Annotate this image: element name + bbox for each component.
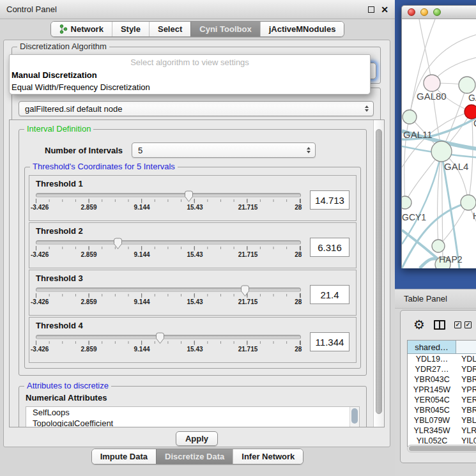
- node-label-ga: GA: [468, 93, 476, 103]
- number-of-intervals-combo[interactable]: 5: [132, 142, 316, 158]
- slider-ticks: [36, 199, 301, 203]
- tab-infer-network[interactable]: Infer Network: [233, 449, 303, 464]
- axis-tick-label: 28: [295, 204, 302, 211]
- threshold-label: Threshold 1: [36, 179, 349, 188]
- attributes-to-discretize-group: Attributes to discretize Numerical Attri…: [19, 386, 367, 427]
- application-root: Control Panel ✕ NetworkStyleSelectCyni T…: [0, 0, 476, 476]
- gear-icon[interactable]: ⚙: [413, 318, 425, 331]
- thresholds-group: Threshold's Coordinates for 5 Intervals …: [24, 167, 361, 369]
- interval-definition-title: Interval Definition: [24, 124, 93, 134]
- axis-tick-label: -3.426: [31, 346, 49, 353]
- axis-tick-label: 15.43: [187, 204, 203, 211]
- axis-tick-label: 21.715: [238, 251, 258, 258]
- attribute-list-item[interactable]: SelfLoops: [26, 407, 359, 418]
- table-row[interactable]: YBR043CYBR0: [408, 374, 476, 385]
- algorithm-option-equal-width-frequency[interactable]: Equal Width/Frequency Discretization: [10, 81, 370, 93]
- control-panel-title: Control Panel: [6, 4, 57, 14]
- algorithm-option-manual-discretization[interactable]: Manual Discretization: [10, 69, 370, 81]
- combo-arrows-icon: [307, 147, 311, 153]
- apply-button[interactable]: Apply: [176, 431, 218, 446]
- threshold-label: Threshold 2: [36, 226, 349, 236]
- number-of-intervals-label: Number of Intervals: [45, 146, 123, 155]
- network-edges: [402, 19, 476, 268]
- numerical-attributes-list[interactable]: SelfLoopsTopologicalCoefficientBetweenne…: [26, 406, 360, 427]
- tab-impute-data[interactable]: Impute Data: [92, 449, 156, 464]
- float-window-icon[interactable]: [368, 6, 374, 13]
- node-label-h: H: [473, 211, 476, 221]
- axis-tick-label: 21.715: [238, 204, 258, 211]
- node-label-gal80: GAL80: [417, 91, 447, 102]
- attributes-group-title: Attributes to discretize: [24, 381, 111, 390]
- threshold-slider-track[interactable]: [36, 193, 301, 197]
- split-columns-icon[interactable]: [434, 320, 445, 330]
- network-window-titlebar: [401, 5, 476, 19]
- threshold-value-field[interactable]: 6.316: [310, 238, 349, 257]
- bottom-tabbar: Impute DataDiscretize DataInfer Network: [0, 449, 395, 464]
- network-view-window: GAL80GACGAL11GAL4GCY1HHAP2: [401, 5, 476, 268]
- axis-tick-label: -3.426: [31, 251, 49, 258]
- axis-tick-label: -3.426: [31, 298, 49, 305]
- axis-tick-label: 21.715: [238, 346, 258, 353]
- desktop-area: GAL80GACGAL11GAL4GCY1HHAP2 Table Panel ⚙…: [395, 0, 476, 476]
- checkbox-icon[interactable]: ✓: [454, 321, 461, 328]
- axis-tick-label: 9.144: [134, 346, 150, 353]
- tab-cyni-toolbox[interactable]: Cyni Toolbox: [190, 22, 259, 36]
- tab-discretize-data[interactable]: Discretize Data: [156, 449, 233, 464]
- attributes-list-scrollbar[interactable]: [349, 407, 359, 427]
- table-row[interactable]: YDR27…YDR2: [408, 364, 476, 374]
- table-row[interactable]: YDL19…YDL1: [408, 354, 476, 364]
- discretization-algorithm-group-title: Discretization Algorithm: [17, 42, 109, 51]
- table-panel: ⚙ ✓ ✓ shared… na YDL19…YDL1YDR27…YDR2YBR…: [400, 310, 476, 463]
- algorithm-popup-hint: Select algorithm to view settings: [10, 55, 370, 69]
- threshold-value-field[interactable]: 21.4: [310, 285, 349, 304]
- table-row[interactable]: YER054CYER0: [408, 395, 476, 405]
- axis-tick-label: 28: [295, 346, 302, 353]
- threshold-value-field[interactable]: 14.713: [310, 190, 349, 210]
- axis-tick-label: 28: [295, 298, 302, 305]
- table-row[interactable]: YBL079WYBL0: [408, 415, 476, 426]
- table-data-combo[interactable]: galFiltered.sif default node: [19, 101, 374, 116]
- checkbox-icon[interactable]: ✓: [464, 321, 472, 328]
- table-panel-toolbar: ⚙ ✓ ✓: [401, 311, 476, 339]
- tab-jactivemnodules[interactable]: jActiveMNodules: [260, 22, 344, 36]
- axis-tick-label: 15.43: [187, 298, 203, 305]
- threshold-panel: Threshold 4-3.4262.8599.14415.4321.71528…: [29, 317, 357, 363]
- threshold-panel: Threshold 2-3.4262.8599.14415.4321.71528…: [29, 222, 357, 268]
- axis-tick-label: -3.426: [31, 204, 49, 211]
- interval-definition-group: Interval Definition Number of Intervals …: [19, 129, 367, 376]
- slider-ticks: [36, 246, 301, 250]
- column-header-shared-name[interactable]: shared…: [408, 341, 456, 354]
- mac-minimize-button[interactable]: [420, 8, 428, 16]
- threshold-slider-track[interactable]: [36, 335, 301, 339]
- threshold-slider-track[interactable]: [36, 240, 301, 245]
- axis-tick-label: 9.144: [134, 251, 150, 258]
- network-icon: [59, 24, 68, 34]
- close-icon[interactable]: ✕: [381, 5, 388, 14]
- table-row[interactable]: YPR145WYPR1: [408, 385, 476, 395]
- axis-tick-label: 9.144: [134, 298, 150, 305]
- table-panel-title: Table Panel: [404, 294, 447, 303]
- network-canvas[interactable]: GAL80GACGAL11GAL4GCY1HHAP2: [401, 19, 476, 268]
- settings-vertical-scrollbar[interactable]: [373, 120, 384, 427]
- threshold-slider-track[interactable]: [36, 288, 301, 292]
- table-horizontal-scrollbar[interactable]: [407, 445, 476, 452]
- mac-zoom-button[interactable]: [433, 8, 441, 16]
- threshold-label: Threshold 4: [36, 321, 349, 330]
- threshold-panel: Threshold 3-3.4262.8599.14415.4321.71528…: [29, 270, 357, 316]
- combo-arrows-icon: [365, 105, 369, 112]
- axis-tick-label: 21.715: [238, 298, 258, 305]
- tab-style[interactable]: Style: [112, 22, 149, 36]
- axis-tick-label: 2.859: [81, 251, 96, 258]
- tab-select[interactable]: Select: [149, 22, 190, 36]
- tab-network[interactable]: Network: [51, 22, 112, 36]
- table-row[interactable]: YBR045CYBR0: [408, 405, 476, 415]
- attribute-list-item[interactable]: TopologicalCoefficient: [26, 418, 359, 427]
- slider-ticks: [36, 341, 301, 345]
- table-row[interactable]: YLR345WYLR3: [408, 426, 476, 436]
- threshold-value-field[interactable]: 11.344: [310, 332, 349, 351]
- table-panel-region: Table Panel ⚙ ✓ ✓ shared… na YDL19…Y: [395, 289, 476, 476]
- column-header-name[interactable]: na: [456, 341, 476, 354]
- algorithm-dropdown-popup: Select algorithm to view settings Manual…: [9, 54, 371, 95]
- mac-close-button[interactable]: [408, 8, 415, 16]
- node-label-gal4: GAL4: [444, 161, 468, 172]
